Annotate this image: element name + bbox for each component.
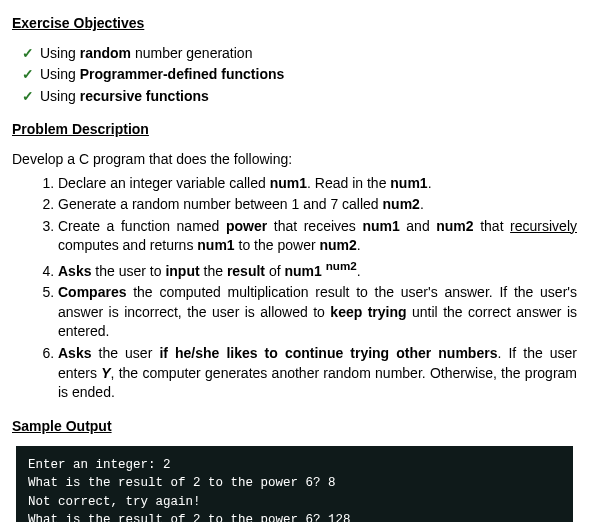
step-text: . bbox=[420, 196, 424, 212]
step-bold: num2 bbox=[383, 196, 420, 212]
terminal-line: Not correct, try again! bbox=[28, 495, 201, 509]
step-item: Compares the computed multiplication res… bbox=[58, 283, 577, 342]
step-text: computes and returns bbox=[58, 237, 197, 253]
check-icon: ✓ bbox=[22, 65, 34, 85]
check-icon: ✓ bbox=[22, 87, 34, 107]
step-bold: if he/she likes to continue trying other… bbox=[159, 345, 497, 361]
step-text: Generate a random number between 1 and 7… bbox=[58, 196, 383, 212]
step-bold: power bbox=[226, 218, 267, 234]
step-text: the user to bbox=[91, 263, 165, 279]
heading-objectives: Exercise Objectives bbox=[12, 14, 577, 34]
step-text: to the power bbox=[235, 237, 320, 253]
terminal-line: What is the result of 2 to the power 6? … bbox=[28, 513, 351, 522]
objective-bold: Programmer-defined functions bbox=[80, 66, 285, 82]
objective-item: ✓ Using Programmer-defined functions bbox=[40, 65, 577, 85]
step-text: Create a function named bbox=[58, 218, 226, 234]
step-item: Asks the user if he/she likes to continu… bbox=[58, 344, 577, 403]
objective-text: number generation bbox=[131, 45, 252, 61]
step-item: Asks the user to input the result of num… bbox=[58, 258, 577, 281]
step-bold: keep trying bbox=[330, 304, 406, 320]
step-text: . bbox=[428, 175, 432, 191]
step-text: and bbox=[400, 218, 437, 234]
step-text: the user bbox=[91, 345, 159, 361]
step-underline: recursively bbox=[510, 218, 577, 234]
objective-bold: recursive functions bbox=[80, 88, 209, 104]
step-bold: result bbox=[227, 263, 265, 279]
check-icon: ✓ bbox=[22, 44, 34, 64]
objective-text: Using bbox=[40, 88, 80, 104]
heading-sample: Sample Output bbox=[12, 417, 577, 437]
step-text: that receives bbox=[267, 218, 362, 234]
step-bold: num1 bbox=[390, 175, 427, 191]
step-text: . bbox=[357, 237, 361, 253]
step-text: . Read in the bbox=[307, 175, 390, 191]
objective-text: Using bbox=[40, 66, 80, 82]
objectives-list: ✓ Using random number generation ✓ Using… bbox=[12, 44, 577, 107]
step-item: Generate a random number between 1 and 7… bbox=[58, 195, 577, 215]
step-item: Declare an integer variable called num1.… bbox=[58, 174, 577, 194]
step-bold: num1 bbox=[284, 263, 325, 279]
step-text: the bbox=[200, 263, 227, 279]
steps-list: Declare an integer variable called num1.… bbox=[12, 174, 577, 403]
step-bold-italic: Y bbox=[101, 365, 110, 381]
step-text: of bbox=[265, 263, 284, 279]
step-bold: num2 bbox=[436, 218, 473, 234]
step-text: that bbox=[474, 218, 511, 234]
step-item: Create a function named power that recei… bbox=[58, 217, 577, 256]
terminal-line: Enter an integer: 2 bbox=[28, 458, 171, 472]
step-bold: num2 bbox=[319, 237, 356, 253]
intro-text: Develop a C program that does the follow… bbox=[12, 150, 577, 170]
step-bold: num1 bbox=[197, 237, 234, 253]
heading-problem: Problem Description bbox=[12, 120, 577, 140]
step-bold: Compares bbox=[58, 284, 126, 300]
objective-item: ✓ Using random number generation bbox=[40, 44, 577, 64]
terminal-line: What is the result of 2 to the power 6? … bbox=[28, 476, 336, 490]
objective-bold: random bbox=[80, 45, 131, 61]
objective-text: Using bbox=[40, 45, 80, 61]
terminal-output: Enter an integer: 2 What is the result o… bbox=[16, 446, 573, 522]
step-superscript: num2 bbox=[326, 259, 357, 272]
objective-item: ✓ Using recursive functions bbox=[40, 87, 577, 107]
step-text: , the computer generates another random … bbox=[58, 365, 577, 401]
step-bold: input bbox=[165, 263, 199, 279]
step-bold: num1 bbox=[362, 218, 399, 234]
step-bold: Asks bbox=[58, 263, 91, 279]
step-text: . bbox=[357, 263, 361, 279]
step-bold: Asks bbox=[58, 345, 91, 361]
step-bold: num1 bbox=[270, 175, 307, 191]
step-text: Declare an integer variable called bbox=[58, 175, 270, 191]
